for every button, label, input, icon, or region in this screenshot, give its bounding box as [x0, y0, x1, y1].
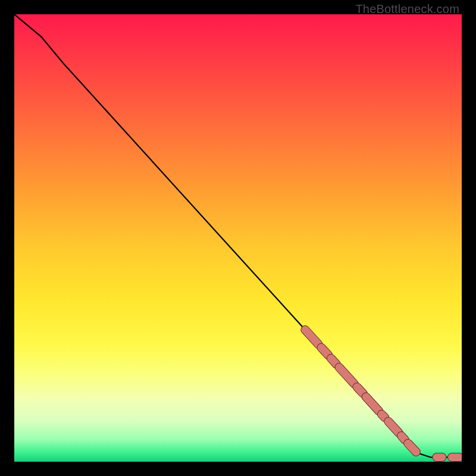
chart-marker-segment	[331, 358, 336, 364]
chart-marker-group	[305, 330, 459, 457]
chart-marker-segment	[305, 330, 319, 345]
chart-marker-segment	[402, 436, 405, 440]
chart-frame	[14, 14, 462, 462]
attribution-text: TheBottleneck.com	[355, 2, 459, 16]
chart-marker-segment	[366, 397, 379, 411]
chart-marker-segment	[321, 347, 328, 355]
chart-overlay	[14, 14, 462, 462]
chart-marker-segment	[357, 387, 364, 393]
chart-marker-segment	[389, 421, 399, 433]
chart-curve	[14, 14, 462, 458]
chart-marker-segment	[381, 414, 384, 417]
